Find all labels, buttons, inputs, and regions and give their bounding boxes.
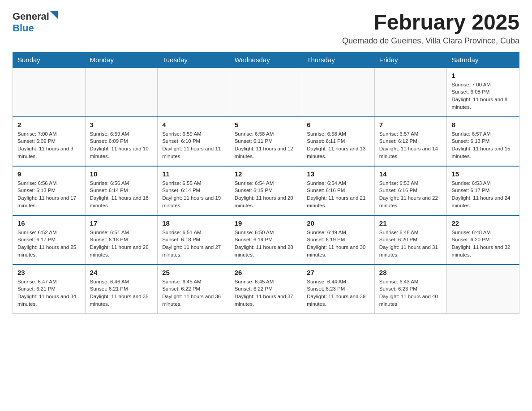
calendar-cell: 9Sunrise: 6:56 AMSunset: 6:13 PMDaylight… (13, 166, 86, 215)
calendar-header-saturday: Saturday (447, 52, 519, 68)
day-info: Sunrise: 6:51 AMSunset: 6:18 PMDaylight:… (90, 229, 153, 259)
day-number: 8 (451, 121, 515, 128)
day-info: Sunrise: 6:48 AMSunset: 6:20 PMDaylight:… (451, 229, 515, 259)
calendar-cell (374, 68, 447, 117)
day-info: Sunrise: 6:56 AMSunset: 6:14 PMDaylight:… (90, 180, 153, 210)
calendar-cell (13, 68, 86, 117)
calendar-week-row-1: 1Sunrise: 7:00 AMSunset: 6:08 PMDaylight… (13, 68, 519, 117)
calendar-header-friday: Friday (374, 52, 447, 68)
day-number: 1 (451, 72, 515, 79)
calendar-cell: 1Sunrise: 7:00 AMSunset: 6:08 PMDaylight… (447, 68, 519, 117)
calendar-cell: 3Sunrise: 6:59 AMSunset: 6:09 PMDaylight… (85, 117, 158, 166)
day-number: 17 (90, 219, 153, 227)
day-info: Sunrise: 6:45 AMSunset: 6:22 PMDaylight:… (235, 278, 298, 308)
day-info: Sunrise: 6:57 AMSunset: 6:13 PMDaylight:… (451, 130, 515, 160)
calendar-cell: 10Sunrise: 6:56 AMSunset: 6:14 PMDayligh… (85, 166, 158, 215)
month-title: February 2025 (342, 11, 519, 34)
day-number: 28 (379, 269, 442, 276)
day-number: 25 (162, 269, 225, 276)
day-number: 27 (307, 269, 370, 276)
day-number: 20 (307, 219, 370, 227)
page-header: General Blue February 2025 Quemado de Gu… (13, 11, 519, 46)
day-number: 9 (17, 170, 81, 178)
day-info: Sunrise: 6:51 AMSunset: 6:18 PMDaylight:… (162, 229, 225, 259)
day-number: 14 (379, 170, 442, 178)
calendar-cell (230, 68, 302, 117)
day-info: Sunrise: 6:44 AMSunset: 6:23 PMDaylight:… (307, 278, 370, 308)
day-info: Sunrise: 6:49 AMSunset: 6:19 PMDaylight:… (307, 229, 370, 259)
calendar-cell: 13Sunrise: 6:54 AMSunset: 6:16 PMDayligh… (302, 166, 375, 215)
logo: General Blue (13, 11, 58, 34)
calendar-cell: 16Sunrise: 6:52 AMSunset: 6:17 PMDayligh… (13, 215, 86, 265)
calendar-cell: 12Sunrise: 6:54 AMSunset: 6:15 PMDayligh… (230, 166, 302, 215)
day-number: 11 (162, 170, 225, 178)
logo-blue-text: Blue (13, 22, 34, 34)
calendar-cell (302, 68, 375, 117)
day-number: 26 (235, 269, 298, 276)
calendar-header-thursday: Thursday (302, 52, 375, 68)
calendar-cell: 20Sunrise: 6:49 AMSunset: 6:19 PMDayligh… (302, 215, 375, 265)
day-info: Sunrise: 6:48 AMSunset: 6:20 PMDaylight:… (379, 229, 442, 259)
calendar-cell: 7Sunrise: 6:57 AMSunset: 6:12 PMDaylight… (374, 117, 447, 166)
day-number: 12 (235, 170, 298, 178)
calendar-cell: 18Sunrise: 6:51 AMSunset: 6:18 PMDayligh… (158, 215, 230, 265)
day-number: 18 (162, 219, 225, 227)
logo-general-text: General (13, 11, 49, 22)
day-info: Sunrise: 6:50 AMSunset: 6:19 PMDaylight:… (235, 229, 298, 259)
day-info: Sunrise: 6:58 AMSunset: 6:11 PMDaylight:… (307, 130, 370, 160)
calendar-week-row-4: 16Sunrise: 6:52 AMSunset: 6:17 PMDayligh… (13, 215, 519, 265)
day-info: Sunrise: 6:46 AMSunset: 6:21 PMDaylight:… (90, 278, 153, 308)
calendar-cell: 11Sunrise: 6:55 AMSunset: 6:14 PMDayligh… (158, 166, 230, 215)
day-info: Sunrise: 6:56 AMSunset: 6:13 PMDaylight:… (17, 180, 81, 210)
day-info: Sunrise: 6:54 AMSunset: 6:16 PMDaylight:… (307, 180, 370, 210)
calendar-cell: 19Sunrise: 6:50 AMSunset: 6:19 PMDayligh… (230, 215, 302, 265)
calendar-cell: 4Sunrise: 6:59 AMSunset: 6:10 PMDaylight… (158, 117, 230, 166)
day-info: Sunrise: 7:00 AMSunset: 6:08 PMDaylight:… (451, 81, 515, 111)
day-number: 10 (90, 170, 153, 178)
calendar-header-wednesday: Wednesday (230, 52, 302, 68)
calendar-header-row: SundayMondayTuesdayWednesdayThursdayFrid… (13, 52, 519, 68)
calendar-cell: 27Sunrise: 6:44 AMSunset: 6:23 PMDayligh… (302, 265, 375, 314)
calendar-cell: 15Sunrise: 6:53 AMSunset: 6:17 PMDayligh… (447, 166, 519, 215)
day-number: 23 (17, 269, 81, 276)
day-number: 24 (90, 269, 153, 276)
day-number: 16 (17, 219, 81, 227)
day-number: 3 (90, 121, 153, 128)
calendar-cell: 21Sunrise: 6:48 AMSunset: 6:20 PMDayligh… (374, 215, 447, 265)
day-info: Sunrise: 6:59 AMSunset: 6:10 PMDaylight:… (162, 130, 225, 160)
calendar-cell: 17Sunrise: 6:51 AMSunset: 6:18 PMDayligh… (85, 215, 158, 265)
day-info: Sunrise: 6:57 AMSunset: 6:12 PMDaylight:… (379, 130, 442, 160)
calendar-cell: 5Sunrise: 6:58 AMSunset: 6:11 PMDaylight… (230, 117, 302, 166)
day-info: Sunrise: 6:53 AMSunset: 6:16 PMDaylight:… (379, 180, 442, 210)
day-info: Sunrise: 6:55 AMSunset: 6:14 PMDaylight:… (162, 180, 225, 210)
calendar-header-monday: Monday (85, 52, 158, 68)
day-info: Sunrise: 7:00 AMSunset: 6:09 PMDaylight:… (17, 130, 81, 160)
day-number: 13 (307, 170, 370, 178)
day-number: 4 (162, 121, 225, 128)
day-info: Sunrise: 6:58 AMSunset: 6:11 PMDaylight:… (235, 130, 298, 160)
day-info: Sunrise: 6:53 AMSunset: 6:17 PMDaylight:… (451, 180, 515, 210)
calendar-cell: 24Sunrise: 6:46 AMSunset: 6:21 PMDayligh… (85, 265, 158, 314)
svg-marker-0 (50, 11, 58, 19)
calendar-cell: 26Sunrise: 6:45 AMSunset: 6:22 PMDayligh… (230, 265, 302, 314)
calendar-cell (158, 68, 230, 117)
location-title: Quemado de Gueines, Villa Clara Province… (342, 36, 519, 46)
day-number: 15 (451, 170, 515, 178)
day-info: Sunrise: 6:52 AMSunset: 6:17 PMDaylight:… (17, 229, 81, 259)
calendar-week-row-3: 9Sunrise: 6:56 AMSunset: 6:13 PMDaylight… (13, 166, 519, 215)
day-info: Sunrise: 6:59 AMSunset: 6:09 PMDaylight:… (90, 130, 153, 160)
day-number: 19 (235, 219, 298, 227)
calendar-cell: 23Sunrise: 6:47 AMSunset: 6:21 PMDayligh… (13, 265, 86, 314)
day-number: 2 (17, 121, 81, 128)
calendar-cell: 14Sunrise: 6:53 AMSunset: 6:16 PMDayligh… (374, 166, 447, 215)
day-info: Sunrise: 6:43 AMSunset: 6:23 PMDaylight:… (379, 278, 442, 308)
calendar-cell: 25Sunrise: 6:45 AMSunset: 6:22 PMDayligh… (158, 265, 230, 314)
calendar-week-row-5: 23Sunrise: 6:47 AMSunset: 6:21 PMDayligh… (13, 265, 519, 314)
calendar-header-tuesday: Tuesday (158, 52, 230, 68)
calendar-cell (85, 68, 158, 117)
calendar-cell (447, 265, 519, 314)
calendar-table: SundayMondayTuesdayWednesdayThursdayFrid… (13, 52, 519, 314)
calendar-cell: 8Sunrise: 6:57 AMSunset: 6:13 PMDaylight… (447, 117, 519, 166)
calendar-cell: 22Sunrise: 6:48 AMSunset: 6:20 PMDayligh… (447, 215, 519, 265)
calendar-cell: 28Sunrise: 6:43 AMSunset: 6:23 PMDayligh… (374, 265, 447, 314)
